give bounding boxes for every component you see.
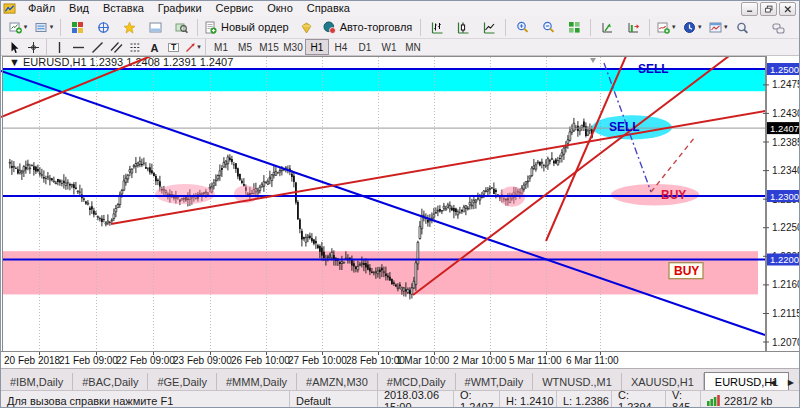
new-order-button[interactable]: Новый ордер [201, 17, 294, 38]
menu-item-вид[interactable]: Вид [62, 1, 96, 16]
y-tick-label: 1.2340 [772, 165, 800, 176]
timeframe-button-h4[interactable]: H4 [329, 39, 353, 55]
chevron-down-icon[interactable]: ▾ [50, 23, 54, 31]
expert-advisors-icon [300, 21, 313, 34]
market-watch-button[interactable] [64, 17, 90, 38]
symbol-tab-ibmdaily[interactable]: #IBM,Daily [1, 373, 73, 391]
data-window-button[interactable] [90, 17, 116, 38]
x-tick-label: 5 Mar 11:00 [509, 355, 562, 366]
channel-icon [110, 41, 123, 54]
zoom-out-button[interactable] [535, 17, 561, 38]
y-tick-label: 1.2475 [772, 79, 800, 90]
status-datetime: 2018.03.06 15:00 [377, 391, 453, 408]
expert-advisors-button[interactable] [294, 17, 320, 38]
horizontal-line-tool-button[interactable] [69, 39, 88, 56]
y-tick-label: 1.2070 [772, 337, 800, 348]
symbol-tab-gedaily[interactable]: #GE,Daily [148, 373, 217, 391]
x-tick-label: 21 Feb 09:00 [59, 355, 118, 366]
support-ellipse-1 [155, 184, 215, 204]
main-toolbar: ▾▾Новый ордерАвто-торговля▾▾▾ [1, 16, 799, 39]
menu-item-сервис[interactable]: Сервис [209, 1, 261, 16]
candlestick-button[interactable] [450, 17, 476, 38]
candlestick-icon [457, 21, 470, 34]
community-button[interactable] [765, 18, 791, 39]
line-chart-button[interactable] [476, 17, 502, 38]
chevron-down-icon[interactable]: ▾ [724, 23, 728, 31]
svg-text:T: T [171, 42, 177, 52]
symbol-tab-wtnusdm1[interactable]: WTNUSD.,M1 [533, 373, 622, 391]
menu-item-вставка[interactable]: Вставка [96, 1, 151, 16]
timeframe-button-mn[interactable]: MN [401, 39, 425, 55]
menu-item-файл[interactable]: Файл [21, 1, 62, 16]
bar-chart-button[interactable] [424, 17, 450, 38]
autotrading-button[interactable]: Авто-торговля [320, 17, 418, 38]
periods-button[interactable]: ▾ [679, 17, 705, 38]
search-button[interactable] [729, 18, 755, 39]
indicators-button[interactable]: ▾ [653, 17, 679, 38]
channel-tool-button[interactable] [107, 39, 126, 56]
text-tool-button[interactable]: A [145, 39, 164, 56]
cursor-icon [8, 41, 21, 54]
minimize-button[interactable] [741, 2, 758, 16]
toolbar-separator [46, 39, 47, 56]
timeframe-button-m30[interactable]: M30 [281, 39, 305, 55]
timeframe-button-w1[interactable]: W1 [377, 39, 401, 55]
x-tick-label: 22 Feb 09:00 [116, 355, 175, 366]
menu-item-справка[interactable]: Справка [300, 1, 357, 16]
zoom-in-button[interactable] [509, 17, 535, 38]
timeframe-button-d1[interactable]: D1 [353, 39, 377, 55]
tab-scroll-left-icon[interactable]: ◀ [767, 377, 779, 388]
app-logo-icon [3, 3, 18, 15]
status-low: L: 1.2386 [556, 391, 611, 408]
shapes-tool-button[interactable]: ▾ [183, 39, 202, 56]
chevron-down-icon[interactable]: ▾ [197, 43, 201, 51]
autotrading-label: Авто-торговля [338, 21, 415, 33]
strategy-tester-button[interactable] [168, 17, 194, 38]
minimize [744, 4, 756, 15]
navigator-button[interactable] [116, 17, 142, 38]
chevron-down-icon[interactable]: ▾ [24, 23, 28, 31]
terminal-button[interactable] [142, 17, 168, 38]
x-tick-label: 23 Feb 09:00 [173, 355, 232, 366]
cursor-tool-button[interactable] [5, 39, 24, 56]
tab-scroll-right-icon[interactable]: ▶ [785, 377, 797, 388]
new-order-label: Новый ордер [219, 21, 291, 33]
chevron-down-icon[interactable]: ▾ [672, 23, 676, 31]
fibonacci-tool-button[interactable] [126, 39, 145, 56]
annotation-sell-1: SELL [609, 120, 640, 134]
close-button[interactable] [779, 2, 796, 16]
x-tick-label: 27 Feb 10:00 [288, 355, 347, 366]
trendline-tool-button[interactable] [88, 39, 107, 56]
symbol-tab-mmmdaily[interactable]: #MMM,Daily [217, 373, 297, 391]
menu-item-графики[interactable]: Графики [151, 1, 209, 16]
y-tick-label: 1.2430 [772, 108, 800, 119]
symbol-tab-amznm30[interactable]: #AMZN,M30 [297, 373, 378, 391]
timeframe-button-m15[interactable]: M15 [257, 39, 281, 55]
chart-area[interactable]: ▼ EURUSD,H1 1.2393 1.2408 1.2391 1.2407S… [1, 56, 800, 368]
status-profile[interactable]: Default [289, 391, 377, 408]
periods-icon [683, 21, 696, 34]
restore-button[interactable] [760, 2, 777, 16]
timeframe-button-h1[interactable]: H1 [305, 39, 329, 55]
drawing-toolbar: AT▾M1M5M15M30H1H4D1W1MN [1, 39, 799, 56]
crosshair-tool-button[interactable] [24, 39, 43, 56]
chevron-down-icon[interactable]: ▾ [698, 23, 702, 31]
vertical-line-tool-button[interactable] [50, 39, 69, 56]
new-chart-button[interactable]: ▾ [5, 17, 31, 38]
timeframe-button-m5[interactable]: M5 [233, 39, 257, 55]
mt4-window: ФайлВидВставкаГрафикиСервисОкноСправка ▾… [0, 0, 800, 408]
auto-scroll-button[interactable] [594, 17, 620, 38]
x-tick-label: 6 Mar 11:00 [566, 355, 619, 366]
bar-chart-icon [431, 21, 444, 34]
templates-button[interactable]: ▾ [705, 17, 731, 38]
profiles-button[interactable]: ▾ [31, 17, 57, 38]
label-tool-button[interactable]: T [164, 39, 183, 56]
timeframe-button-m1[interactable]: M1 [209, 39, 233, 55]
menu-item-окно[interactable]: Окно [260, 1, 300, 16]
symbol-tab-bacdaily[interactable]: #BAC,Daily [73, 373, 148, 391]
svg-text:A: A [151, 41, 159, 53]
chart-shift-button[interactable] [620, 17, 646, 38]
tile-windows-button[interactable] [561, 17, 587, 38]
chart-shift-marker [590, 58, 596, 63]
search-icon [736, 22, 749, 35]
